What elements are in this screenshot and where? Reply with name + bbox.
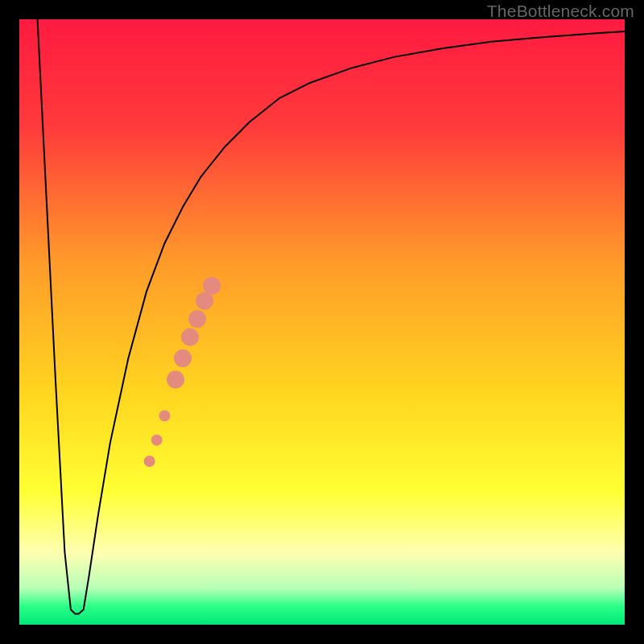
highlight-point [188, 310, 206, 328]
chart-frame: TheBottleneck.com [0, 0, 644, 644]
highlight-point [203, 277, 221, 295]
highlight-point [144, 456, 155, 467]
highlight-point [181, 328, 199, 346]
watermark-text: TheBottleneck.com [487, 2, 634, 21]
highlight-point [167, 370, 184, 388]
highlight-point [151, 435, 163, 446]
chart-background [19, 19, 625, 625]
highlight-point [159, 411, 170, 422]
bottleneck-chart [19, 19, 625, 625]
highlight-point [196, 292, 213, 310]
highlight-point [174, 349, 192, 367]
